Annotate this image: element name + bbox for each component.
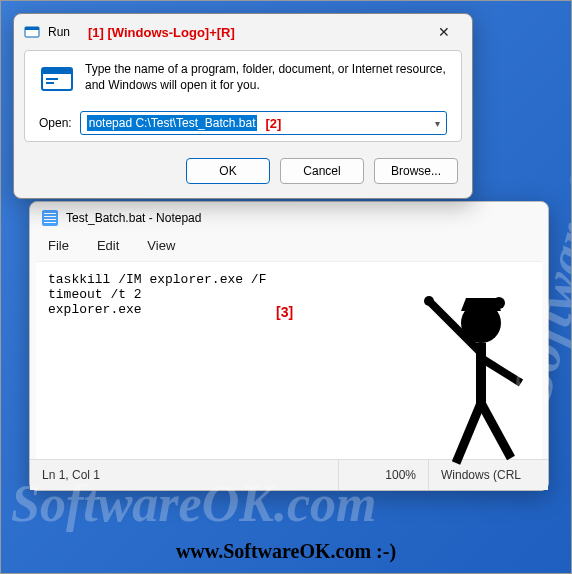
menu-edit[interactable]: Edit (97, 238, 119, 253)
annotation-1: [1] [Windows-Logo]+[R] (88, 25, 235, 40)
run-icon (24, 24, 40, 40)
run-app-icon (39, 61, 75, 97)
status-position: Ln 1, Col 1 (30, 460, 338, 490)
notepad-titlebar: Test_Batch.bat - Notepad (30, 202, 548, 234)
run-body: Type the name of a program, folder, docu… (24, 50, 462, 142)
notepad-icon (42, 210, 58, 226)
open-input-value[interactable]: notepad C:\Test\Test_Batch.bat (87, 115, 258, 131)
chevron-down-icon[interactable]: ▾ (435, 118, 440, 129)
svg-rect-1 (25, 27, 39, 30)
svg-rect-3 (42, 68, 72, 74)
notepad-content[interactable]: taskkill /IM explorer.exe /F timeout /t … (48, 272, 266, 317)
run-description: Type the name of a program, folder, docu… (85, 61, 447, 93)
svg-point-7 (493, 297, 505, 309)
open-combobox[interactable]: notepad C:\Test\Test_Batch.bat [2] ▾ (80, 111, 447, 135)
cancel-button[interactable]: Cancel (280, 158, 364, 184)
pointing-figure-icon (411, 273, 531, 473)
annotation-2: [2] (265, 116, 281, 131)
run-button-row: OK Cancel Browse... (14, 152, 472, 198)
notepad-menubar: File Edit View (30, 234, 548, 261)
run-title: Run (48, 25, 70, 39)
ok-button[interactable]: OK (186, 158, 270, 184)
svg-point-8 (424, 296, 434, 306)
svg-rect-4 (46, 78, 58, 80)
run-dialog: Run [1] [Windows-Logo]+[R] ✕ Type the na… (13, 13, 473, 199)
run-titlebar: Run [1] [Windows-Logo]+[R] ✕ (14, 14, 472, 50)
browse-button[interactable]: Browse... (374, 158, 458, 184)
annotation-3: [3] (276, 304, 293, 320)
menu-view[interactable]: View (147, 238, 175, 253)
open-label: Open: (39, 116, 72, 130)
close-button[interactable]: ✕ (426, 20, 462, 44)
footer-url: www.SoftwareOK.com :-) (1, 540, 571, 563)
notepad-title: Test_Batch.bat - Notepad (66, 211, 201, 225)
menu-file[interactable]: File (48, 238, 69, 253)
svg-rect-5 (46, 82, 54, 84)
